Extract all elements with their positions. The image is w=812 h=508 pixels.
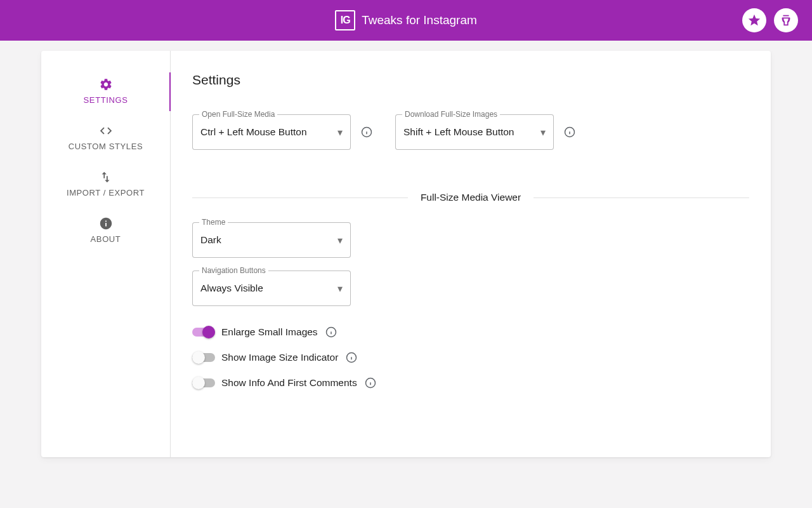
chevron-down-icon: ▾ — [337, 126, 343, 138]
divider-line — [534, 197, 749, 198]
gear-icon — [99, 77, 113, 91]
sidebar-item-settings[interactable]: SETTINGS — [41, 69, 170, 115]
info-icon — [99, 217, 113, 231]
main-card: SETTINGS CUSTOM STYLES IMPORT / EXPORT A… — [41, 51, 771, 457]
top-actions — [742, 8, 798, 32]
toggle-label: Enlarge Small Images — [221, 326, 318, 338]
open-media-select[interactable]: Open Full-Size Media Ctrl + Left Mouse B… — [192, 114, 351, 150]
field-value: Always Visible — [200, 283, 337, 294]
main-content: Settings Open Full-Size Media Ctrl + Lef… — [171, 51, 771, 457]
sidebar: SETTINGS CUSTOM STYLES IMPORT / EXPORT A… — [41, 51, 171, 457]
theme-select[interactable]: Theme Dark ▾ — [192, 222, 351, 258]
import-export-icon — [99, 170, 113, 184]
info-outline-icon — [325, 326, 337, 338]
app-logo: IG — [335, 10, 355, 30]
app-logo-text: IG — [341, 15, 350, 26]
toggle-label: Show Info And First Comments — [221, 377, 357, 389]
enlarge-info[interactable] — [324, 325, 338, 339]
sidebar-item-about[interactable]: ABOUT — [41, 208, 170, 254]
sidebar-item-custom-styles[interactable]: CUSTOM STYLES — [41, 115, 170, 161]
sidebar-item-import-export[interactable]: IMPORT / EXPORT — [41, 161, 170, 208]
size-indicator-switch[interactable] — [192, 351, 215, 364]
info-comments-info[interactable] — [363, 376, 377, 390]
enlarge-switch[interactable] — [192, 326, 215, 338]
field-label: Navigation Buttons — [199, 266, 268, 275]
chevron-down-icon: ▾ — [337, 234, 343, 246]
sidebar-item-label: CUSTOM STYLES — [69, 142, 143, 151]
info-outline-icon — [563, 126, 576, 138]
size-indicator-info[interactable] — [344, 351, 358, 364]
viewer-fields: Theme Dark ▾ Navigation Buttons Always V… — [192, 222, 749, 306]
page-title: Settings — [192, 72, 749, 88]
download-media-group: Download Full-Size Images Shift + Left M… — [395, 114, 577, 150]
field-label: Open Full-Size Media — [199, 110, 277, 119]
field-label: Download Full-Size Images — [402, 110, 500, 119]
chevron-down-icon: ▾ — [540, 126, 546, 138]
field-value: Shift + Left Mouse Button — [403, 126, 540, 138]
chevron-down-icon: ▾ — [337, 283, 343, 295]
toggle-label: Show Image Size Indicator — [221, 352, 338, 363]
info-outline-icon — [360, 126, 373, 138]
app-title: Tweaks for Instagram — [362, 13, 477, 27]
field-value: Ctrl + Left Mouse Button — [200, 126, 337, 138]
sidebar-item-label: IMPORT / EXPORT — [67, 188, 145, 197]
shortcut-row: Open Full-Size Media Ctrl + Left Mouse B… — [192, 114, 749, 150]
donate-button[interactable] — [774, 8, 798, 32]
toggle-info-comments: Show Info And First Comments — [192, 376, 749, 390]
toggle-enlarge: Enlarge Small Images — [192, 325, 749, 339]
coffee-icon — [779, 13, 793, 27]
section-title: Full-Size Media Viewer — [408, 192, 534, 203]
field-label: Theme — [199, 218, 228, 227]
open-media-group: Open Full-Size Media Ctrl + Left Mouse B… — [192, 114, 374, 150]
sidebar-item-label: SETTINGS — [84, 95, 128, 105]
toggle-size-indicator: Show Image Size Indicator — [192, 351, 749, 364]
toggle-list: Enlarge Small Images Show Image Size Ind… — [192, 325, 749, 390]
download-media-info[interactable] — [563, 125, 577, 139]
section-divider: Full-Size Media Viewer — [192, 192, 749, 203]
nav-buttons-select[interactable]: Navigation Buttons Always Visible ▾ — [192, 271, 351, 306]
field-value: Dark — [200, 234, 337, 246]
download-media-select[interactable]: Download Full-Size Images Shift + Left M… — [395, 114, 554, 150]
star-icon — [747, 13, 761, 27]
sidebar-item-label: ABOUT — [91, 234, 121, 244]
top-bar: IG Tweaks for Instagram — [0, 0, 812, 41]
info-outline-icon — [364, 377, 377, 389]
info-outline-icon — [345, 351, 358, 364]
code-icon — [99, 124, 113, 138]
open-media-info[interactable] — [360, 125, 374, 139]
divider-line — [192, 197, 408, 198]
info-comments-switch[interactable] — [192, 377, 215, 389]
rate-button[interactable] — [742, 8, 766, 32]
